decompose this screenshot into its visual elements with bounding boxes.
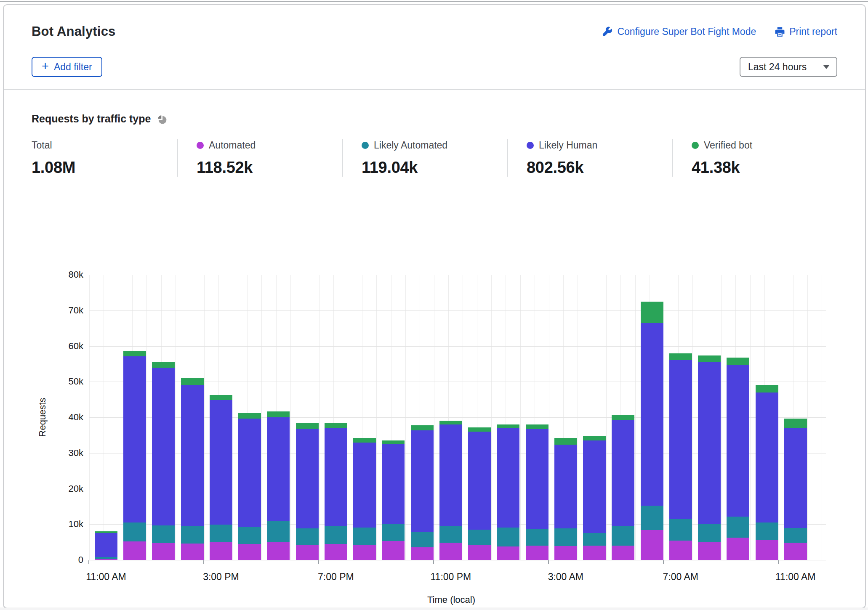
- bar-segment-likely-automated: [669, 519, 692, 541]
- bar-segment-likely-automated: [439, 526, 462, 543]
- bar-segment-likely-automated: [526, 529, 548, 546]
- bar-segment-automated: [181, 544, 204, 560]
- bar-segment-verified-bot: [238, 413, 261, 419]
- bar-segment-automated: [439, 543, 462, 560]
- bar[interactable]: [468, 275, 491, 560]
- bar-segment-verified-bot: [152, 362, 175, 368]
- bar[interactable]: [698, 275, 721, 560]
- x-axis-tick: [318, 560, 319, 564]
- bar-segment-likely-human: [756, 393, 778, 522]
- bar-segment-likely-automated: [641, 506, 663, 530]
- x-axis-tick: [433, 560, 434, 564]
- bar-segment-likely-automated: [353, 528, 376, 545]
- bar-segment-verified-bot: [296, 423, 319, 429]
- bar[interactable]: [382, 275, 405, 560]
- bar[interactable]: [325, 275, 347, 560]
- bar-segment-automated: [612, 546, 634, 560]
- bar-segment-verified-bot: [698, 355, 721, 363]
- bar-segment-automated: [152, 543, 175, 560]
- bar[interactable]: [238, 275, 261, 560]
- bar-segment-likely-human: [583, 440, 606, 533]
- bar[interactable]: [353, 275, 376, 560]
- bar-segment-verified-bot: [411, 425, 434, 431]
- bar[interactable]: [296, 275, 319, 560]
- bar[interactable]: [439, 275, 462, 560]
- bar[interactable]: [411, 275, 434, 560]
- y-axis-tick-label: 40k: [43, 412, 83, 423]
- bar[interactable]: [123, 275, 146, 560]
- bar[interactable]: [95, 275, 117, 560]
- bar-segment-automated: [353, 545, 376, 560]
- bar[interactable]: [152, 275, 175, 560]
- bar[interactable]: [554, 275, 577, 560]
- bar[interactable]: [181, 275, 204, 560]
- bar-segment-likely-human: [439, 424, 462, 526]
- x-axis-tick-label: 7:00 AM: [643, 571, 719, 583]
- bar-segment-likely-automated: [554, 528, 577, 546]
- bar-segment-automated: [641, 530, 663, 560]
- bar-segment-likely-human: [152, 368, 175, 525]
- x-axis-tick-label: 7:00 PM: [298, 571, 374, 583]
- bar-segment-verified-bot: [784, 419, 807, 427]
- bar[interactable]: [641, 275, 663, 560]
- bar-segment-verified-bot: [641, 302, 663, 323]
- bar-segment-automated: [784, 543, 807, 560]
- bar[interactable]: [784, 275, 807, 560]
- bar[interactable]: [526, 275, 548, 560]
- bar-segment-likely-automated: [325, 526, 347, 544]
- bar-segment-likely-automated: [267, 521, 290, 543]
- bar-segment-likely-automated: [123, 522, 146, 541]
- bar-segment-likely-human: [497, 428, 519, 528]
- y-axis-tick-label: 10k: [43, 519, 83, 530]
- x-axis-tick-label: 11:00 AM: [68, 571, 144, 583]
- bar[interactable]: [210, 275, 232, 560]
- x-axis-tick-label: 11:00 AM: [758, 571, 833, 583]
- bar-segment-likely-human: [727, 365, 749, 516]
- bar-segment-likely-automated: [756, 522, 778, 540]
- bar-segment-automated: [497, 546, 519, 560]
- bar-segment-likely-human: [267, 417, 290, 521]
- bar-segment-likely-human: [181, 385, 204, 526]
- bar[interactable]: [583, 275, 606, 560]
- bar-segment-automated: [382, 541, 405, 560]
- bar-segment-likely-automated: [784, 528, 807, 543]
- bar-segment-verified-bot: [439, 421, 462, 424]
- bar-segment-verified-bot: [95, 531, 117, 533]
- bar[interactable]: [756, 275, 778, 560]
- bar-segment-automated: [95, 559, 117, 560]
- bar-segment-likely-automated: [497, 528, 519, 546]
- y-axis-tick-label: 70k: [43, 305, 83, 316]
- bar-segment-automated: [583, 546, 606, 560]
- bar-segment-verified-bot: [123, 351, 146, 356]
- bar-segment-likely-human: [554, 445, 577, 528]
- bar-segment-automated: [468, 545, 491, 560]
- x-axis-tick: [663, 560, 664, 564]
- y-axis-tick-label: 0: [43, 554, 83, 565]
- bar-segment-likely-automated: [583, 533, 606, 546]
- bar-segment-automated: [123, 541, 146, 560]
- bar-segment-likely-human: [612, 420, 634, 526]
- bar-segment-likely-human: [669, 360, 692, 519]
- bar-segment-likely-human: [411, 430, 434, 532]
- bar-segment-verified-bot: [583, 436, 606, 440]
- bar-segment-likely-automated: [411, 532, 434, 547]
- bar-segment-likely-human: [382, 444, 405, 523]
- bar-segment-verified-bot: [468, 427, 491, 432]
- bar[interactable]: [612, 275, 634, 560]
- bar-segment-likely-human: [698, 362, 721, 523]
- bar[interactable]: [267, 275, 290, 560]
- bar-segment-likely-automated: [698, 524, 721, 542]
- bar[interactable]: [497, 275, 519, 560]
- bar-segment-automated: [267, 542, 290, 560]
- bar[interactable]: [669, 275, 692, 560]
- x-axis-tick: [203, 560, 204, 564]
- bar-segment-likely-automated: [95, 557, 117, 559]
- bar[interactable]: [727, 275, 749, 560]
- bar-segment-likely-human: [296, 429, 319, 528]
- bar-segment-verified-bot: [325, 423, 347, 428]
- y-axis-title: Requests: [37, 398, 48, 437]
- bar-segment-likely-human: [526, 429, 548, 529]
- bar-segment-likely-human: [123, 356, 146, 522]
- page-top-rule: [0, 1, 868, 2]
- bar-segment-verified-bot: [727, 358, 749, 365]
